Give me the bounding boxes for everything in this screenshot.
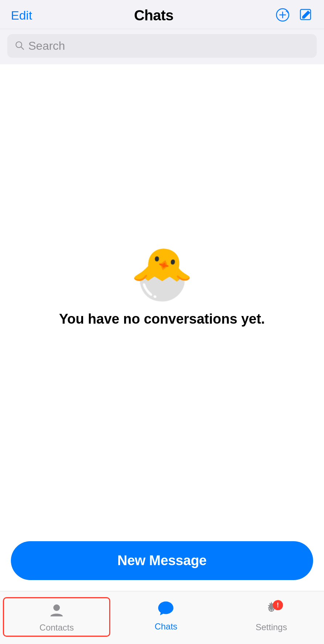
tab-chats[interactable]: Chats xyxy=(113,597,218,637)
nav-bar: Edit Chats xyxy=(0,0,324,29)
svg-point-6 xyxy=(53,604,60,611)
tab-chats-label: Chats xyxy=(155,621,177,632)
new-message-button[interactable]: New Message xyxy=(11,541,313,580)
add-circle-button[interactable] xyxy=(275,8,290,23)
tab-contacts[interactable]: Contacts xyxy=(3,597,110,637)
nav-icons xyxy=(275,8,313,23)
page-title: Chats xyxy=(134,7,173,24)
tab-settings[interactable]: ! Settings xyxy=(219,597,324,637)
tab-bar: Contacts Chats ! Settings xyxy=(0,591,324,644)
search-container: Search xyxy=(0,29,324,64)
contacts-icon xyxy=(48,601,65,620)
compose-button[interactable] xyxy=(299,8,313,23)
tab-contacts-label: Contacts xyxy=(40,623,74,633)
tab-settings-label: Settings xyxy=(255,622,287,632)
new-message-section: New Message xyxy=(0,534,324,591)
search-placeholder: Search xyxy=(28,39,65,53)
compose-icon xyxy=(299,8,313,22)
chick-emoji: 🐣 xyxy=(130,248,194,299)
empty-state-message: You have no conversations yet. xyxy=(59,310,265,328)
main-content: 🐣 You have no conversations yet. xyxy=(0,64,324,534)
chats-icon xyxy=(157,600,175,619)
svg-line-5 xyxy=(21,47,24,49)
settings-icon-wrapper: ! xyxy=(263,600,280,620)
phone-screen: Edit Chats xyxy=(0,0,324,644)
search-bar[interactable]: Search xyxy=(7,34,317,58)
add-circle-icon xyxy=(275,8,290,22)
search-icon xyxy=(15,40,25,52)
settings-badge: ! xyxy=(273,600,283,610)
empty-state: 🐣 You have no conversations yet. xyxy=(59,248,265,328)
edit-button[interactable]: Edit xyxy=(11,8,32,23)
